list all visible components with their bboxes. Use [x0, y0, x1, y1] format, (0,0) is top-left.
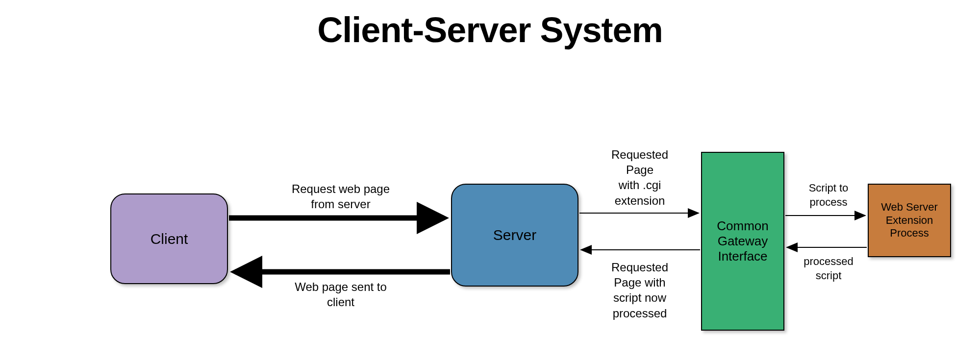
extension-label: Web Server Extension Process [881, 201, 938, 240]
server-node: Server [451, 184, 578, 287]
label-request-page: Request web page from server [265, 181, 417, 212]
client-label: Client [151, 230, 188, 248]
label-script-back: processed script [797, 255, 860, 283]
label-resp-cgi: Requested Page with script now processed [605, 260, 674, 321]
cgi-node: Common Gateway Interface [701, 152, 784, 331]
cgi-label: Common Gateway Interface [717, 218, 768, 265]
diagram-title: Client-Server System [0, 10, 980, 50]
extension-node: Web Server Extension Process [868, 184, 951, 257]
server-label: Server [493, 226, 536, 244]
label-script-to: Script to process [797, 181, 860, 209]
label-req-cgi: Requested Page with .cgi extension [605, 147, 674, 208]
label-sent-page: Web page sent to client [265, 279, 417, 310]
arrows-layer [0, 0, 980, 361]
client-node: Client [110, 193, 228, 284]
